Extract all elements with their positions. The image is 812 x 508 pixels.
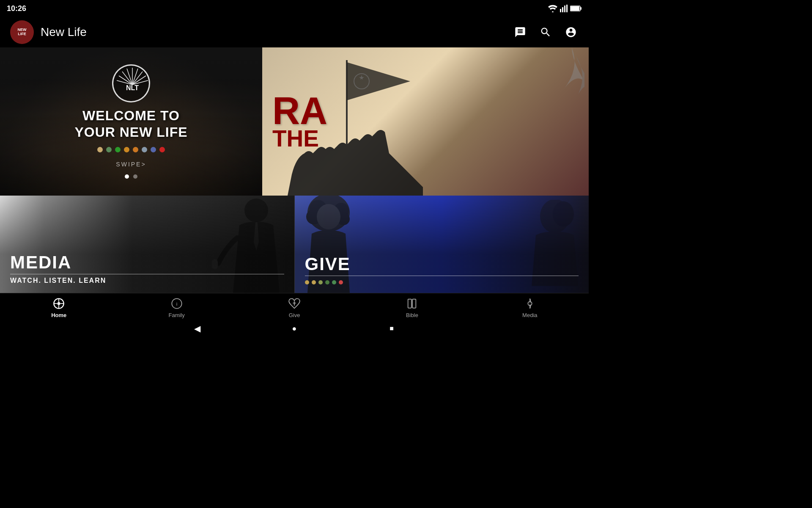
svg-line-8 bbox=[132, 69, 138, 85]
secondary-top-text: RA bbox=[272, 94, 579, 128]
family-icon: i bbox=[170, 297, 184, 310]
chat-icon[interactable] bbox=[513, 25, 528, 40]
swipe-label: SWIPE> bbox=[116, 161, 146, 168]
home-button[interactable]: ● bbox=[288, 322, 301, 335]
cards-row: MEDIA WATCH. LISTEN. LEARN G bbox=[0, 196, 589, 293]
recent-button[interactable]: ■ bbox=[385, 322, 398, 335]
svg-rect-38 bbox=[413, 299, 416, 308]
page-dot-1 bbox=[125, 174, 129, 179]
media-card-subtitle: WATCH. LISTEN. LEARN bbox=[10, 277, 284, 284]
secondary-bottom-text: THE bbox=[272, 128, 579, 149]
give-card-divider bbox=[305, 276, 579, 276]
nav-item-media[interactable]: Media bbox=[471, 293, 589, 322]
app-title: New Life bbox=[41, 25, 87, 39]
svg-point-30 bbox=[58, 302, 60, 305]
svg-rect-1 bbox=[562, 7, 563, 12]
svg-text:NLT: NLT bbox=[126, 84, 139, 91]
svg-rect-0 bbox=[560, 9, 561, 12]
status-icons bbox=[548, 5, 582, 12]
svg-rect-6 bbox=[571, 6, 579, 11]
svg-rect-3 bbox=[566, 5, 568, 12]
give-label: Give bbox=[289, 312, 300, 318]
header-right bbox=[513, 25, 579, 40]
give-icon bbox=[288, 297, 301, 310]
profile-icon[interactable] bbox=[563, 25, 579, 40]
give-card-title: GIVE bbox=[305, 255, 579, 273]
carousel-secondary-slide[interactable]: RA THE bbox=[262, 47, 589, 196]
home-label: Home bbox=[51, 312, 66, 318]
media-card[interactable]: MEDIA WATCH. LISTEN. LEARN bbox=[0, 196, 295, 293]
carousel-main-slide[interactable]: NLT WELCOME TOYOUR NEW LIFE SWIPE> bbox=[0, 47, 262, 196]
bible-label: Bible bbox=[406, 312, 418, 318]
media-card-divider bbox=[10, 274, 284, 274]
page-dot-2 bbox=[133, 174, 137, 179]
svg-line-14 bbox=[119, 76, 132, 85]
android-navigation: ◀ ● ■ bbox=[0, 322, 589, 335]
nav-item-home[interactable]: Home bbox=[0, 293, 118, 322]
svg-rect-37 bbox=[408, 299, 411, 308]
carousel-content: NLT WELCOME TOYOUR NEW LIFE SWIPE> bbox=[74, 64, 187, 179]
pagination-dots bbox=[125, 174, 137, 179]
svg-line-10 bbox=[132, 76, 146, 85]
bible-icon bbox=[405, 297, 419, 310]
give-card-content: GIVE bbox=[295, 196, 589, 293]
signal-icon bbox=[560, 5, 568, 12]
nav-item-bible[interactable]: Bible bbox=[353, 293, 471, 322]
media-icon bbox=[523, 297, 537, 310]
status-bar: 10:26 bbox=[0, 0, 589, 17]
carousel-color-dots bbox=[97, 147, 165, 152]
carousel-headline: WELCOME TOYOUR NEW LIFE bbox=[74, 108, 187, 140]
family-label: Family bbox=[168, 312, 184, 318]
nav-items: Home i Family Give bbox=[0, 293, 589, 322]
nav-item-give[interactable]: Give bbox=[236, 293, 353, 322]
app-header: NEWLIFE New Life bbox=[0, 17, 589, 47]
battery-icon bbox=[570, 5, 582, 12]
media-card-content: MEDIA WATCH. LISTEN. LEARN bbox=[0, 196, 294, 293]
home-icon bbox=[52, 297, 66, 310]
app-logo[interactable]: NEWLIFE bbox=[10, 20, 34, 44]
nlt-logo: NLT bbox=[112, 64, 150, 102]
svg-line-9 bbox=[132, 72, 143, 85]
bottom-navigation: Home i Family Give bbox=[0, 293, 589, 335]
svg-rect-2 bbox=[564, 6, 565, 12]
svg-text:i: i bbox=[176, 301, 177, 306]
media-card-title: MEDIA bbox=[10, 254, 284, 271]
back-button[interactable]: ◀ bbox=[191, 322, 203, 335]
carousel-section: NLT WELCOME TOYOUR NEW LIFE SWIPE> bbox=[0, 47, 589, 196]
svg-line-13 bbox=[122, 72, 132, 85]
give-card-dots bbox=[305, 280, 579, 284]
search-icon[interactable] bbox=[538, 25, 553, 40]
header-left: NEWLIFE New Life bbox=[10, 20, 87, 44]
give-card[interactable]: GIVE bbox=[295, 196, 589, 293]
wifi-icon bbox=[548, 5, 557, 12]
media-label: Media bbox=[522, 312, 537, 318]
secondary-slide-content: RA THE bbox=[262, 47, 589, 196]
status-time: 10:26 bbox=[7, 4, 26, 13]
nav-item-family[interactable]: i Family bbox=[118, 293, 235, 322]
svg-rect-5 bbox=[580, 7, 582, 10]
svg-line-12 bbox=[127, 69, 132, 85]
